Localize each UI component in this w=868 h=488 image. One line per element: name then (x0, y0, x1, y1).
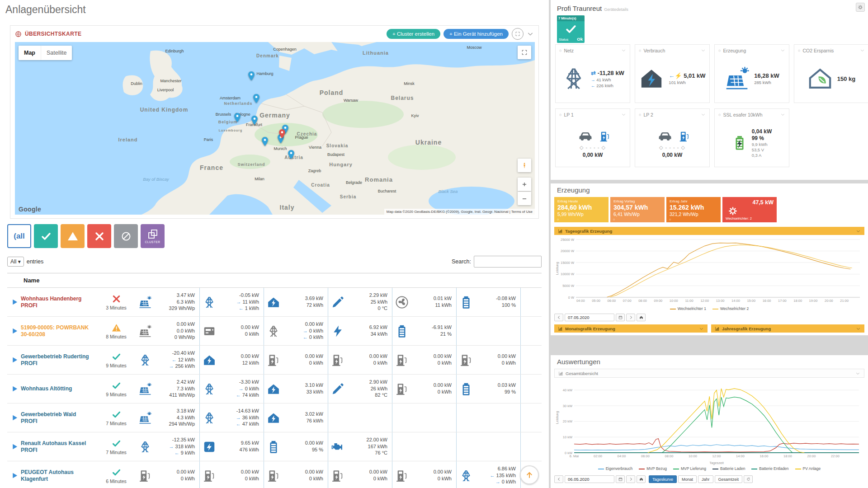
expand-row-button[interactable] (8, 412, 21, 424)
metric-value: 0.00 kW (241, 324, 259, 331)
home-button[interactable] (637, 475, 646, 483)
status-tile[interactable]: 7 Minute(s) Status Ok (557, 15, 585, 43)
month-chart-header[interactable]: Monatsgrafik Erzeugung (554, 324, 708, 333)
device-name[interactable]: Wohnhaus Handenberg PROFI (21, 296, 97, 309)
card-header[interactable]: ○LP 1 (556, 109, 630, 120)
map-type-map[interactable]: Map (19, 46, 41, 60)
filter-warning[interactable] (61, 224, 85, 248)
overview-date-field[interactable]: 06.05.2020 (565, 475, 614, 483)
year-chart-header[interactable]: Jahresgrafik Erzeugung (711, 324, 864, 333)
home-button[interactable] (637, 314, 646, 321)
pegman-button[interactable] (518, 159, 531, 172)
device-name[interactable]: Gewerbebetrieb Wald PROFI (21, 411, 97, 425)
year-chart-chevron[interactable] (856, 326, 861, 331)
filter-no-cluster[interactable] (114, 224, 138, 248)
device-name[interactable]: Renault Autohaus Kassel PROFI (21, 440, 97, 454)
metric-empty (328, 404, 392, 432)
tile-value: 284,60 kWh (557, 204, 605, 211)
map-pin[interactable] (286, 147, 297, 162)
refresh-button[interactable] (744, 475, 753, 483)
card-header[interactable]: ○Verbrauch (635, 45, 709, 56)
device-name[interactable]: Gewerbebetrieb Ruderting PROFI (21, 353, 97, 367)
card-header[interactable]: ○CO2 Ersparnis (794, 45, 868, 56)
metric-battery: 0.00 kW95 % (264, 432, 328, 461)
card-chevron-icon[interactable] (701, 112, 706, 117)
filter-all[interactable]: (all (7, 224, 31, 248)
device-name[interactable]: Wohnhaus Altötting (21, 385, 97, 392)
prev-day-button[interactable] (554, 314, 563, 321)
zoom-out-button[interactable] (518, 192, 531, 205)
next-day-button[interactable] (626, 475, 635, 483)
card-header[interactable]: ○Netz (556, 45, 630, 56)
expand-row-button[interactable] (8, 441, 21, 453)
card-chevron-icon[interactable] (701, 48, 706, 53)
search-input[interactable] (474, 256, 542, 267)
collapse-card-chevron[interactable] (527, 30, 534, 38)
day-chart-chevron[interactable] (856, 229, 861, 234)
settings-icon[interactable] (856, 3, 865, 12)
entries-select[interactable]: All ▾ (7, 257, 24, 267)
card-chevron-icon[interactable] (621, 112, 626, 117)
map-pin[interactable] (251, 91, 262, 106)
range-gesamtzeit[interactable]: Gesamtzeit (715, 475, 743, 483)
day-chart-header[interactable]: Tagesgrafik Erzeugung (554, 227, 864, 235)
fullscreen-button[interactable] (518, 46, 531, 59)
svg-text:Tageszeit: Tageszeit (709, 461, 724, 465)
calendar-button[interactable] (616, 475, 625, 483)
add-device-button[interactable]: + Ein Gerät hinzufügen (443, 29, 509, 39)
range-jahr[interactable]: Jahr (698, 475, 713, 483)
svg-text:6. Mai: 6. Mai (570, 454, 579, 458)
overview-chart-header[interactable]: Gesamtübersicht (554, 369, 864, 378)
expand-card-button[interactable] (512, 28, 524, 40)
next-day-button[interactable] (626, 314, 635, 321)
device-name[interactable]: 51909-00005: POWRBANK 30-60/208 (21, 324, 97, 338)
calendar-button[interactable] (616, 314, 625, 321)
filter-ok[interactable] (34, 224, 58, 248)
filter-error[interactable] (87, 224, 111, 248)
map-pin[interactable] (277, 127, 288, 141)
range-tageskurve[interactable]: Tageskurve (649, 475, 677, 483)
map-type-satellite[interactable]: Satellite (41, 46, 72, 60)
card-chevron-icon[interactable] (780, 112, 785, 117)
expand-row-button[interactable] (8, 469, 21, 482)
range-monat[interactable]: Monat (678, 475, 697, 483)
map-pin[interactable] (232, 110, 243, 125)
card-chevron-icon[interactable] (780, 48, 785, 53)
map-canvas[interactable]: United KingdomIrelandFranceGermanyPoland… (15, 42, 535, 215)
device-name[interactable]: PEUGEOT Autohaus Klagenfurt (21, 469, 97, 483)
filter-cluster[interactable]: CLUSTER (141, 224, 165, 248)
pylon-icon (561, 66, 586, 91)
expand-row-button[interactable] (8, 325, 21, 338)
metric-value: 0 kWh (434, 360, 452, 366)
prev-day-button[interactable] (554, 475, 563, 483)
map-pin[interactable] (250, 113, 260, 127)
card-header[interactable]: ○SSL esafer 10kWh (715, 109, 789, 120)
expand-row-button[interactable] (8, 354, 21, 366)
zoom-in-button[interactable] (518, 178, 531, 191)
check-icon (112, 439, 121, 448)
expand-row-button[interactable] (8, 383, 21, 395)
card-header[interactable]: ○Erzeugung (715, 45, 789, 56)
overview-chart-chevron[interactable] (855, 371, 860, 376)
cross-icon (112, 294, 121, 304)
create-cluster-button[interactable]: + Cluster erstellen (387, 29, 440, 39)
card-header[interactable]: ○LP 2 (635, 109, 709, 120)
expand-row-button[interactable] (8, 296, 21, 309)
card-chevron-icon[interactable] (860, 48, 865, 53)
metric-charging: 0.00 kW0 kWh (328, 346, 392, 374)
card-chevron-icon[interactable] (621, 48, 626, 53)
svg-text:19:00: 19:00 (809, 299, 818, 303)
map-pin[interactable] (260, 134, 270, 149)
month-chart-chevron[interactable] (699, 326, 704, 331)
status-dot-icon: ○ (718, 113, 721, 117)
day-date-field[interactable]: 07.05.2020 (565, 314, 614, 321)
yield-tile: Ertrag Heute284,60 kWh5,99 Wh/Wp○ (554, 197, 609, 222)
scroll-top-button[interactable] (520, 465, 539, 484)
map-pin[interactable] (246, 69, 257, 83)
status-dot-icon: ○ (639, 113, 641, 117)
card-title: Verbrauch (643, 48, 665, 53)
table-row: Wohnhaus Altötting 9 Minutes 2.42 kW7.3 … (7, 375, 542, 404)
solar-icon (138, 324, 152, 338)
svg-text:20:00: 20:00 (807, 454, 816, 458)
tile-sub: 5,99 Wh/Wp (557, 211, 605, 217)
